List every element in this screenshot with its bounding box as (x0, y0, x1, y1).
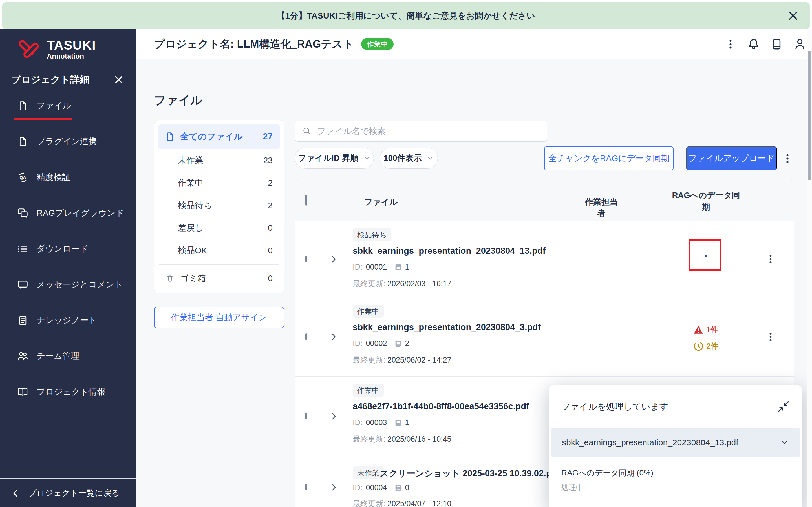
row-checkbox[interactable] (305, 257, 307, 262)
rag-error-count: 1件 (706, 325, 719, 335)
qa-cycle-icon: QA (17, 172, 29, 183)
section-title: ファイル (154, 93, 202, 108)
row-checkbox[interactable] (305, 485, 307, 490)
id-label: ID: (353, 418, 363, 427)
filter-inspection-ok[interactable]: 検品OK 0 (158, 239, 280, 262)
filter-count: 0 (268, 223, 273, 233)
select-all-checkbox[interactable] (305, 196, 307, 205)
book-icon[interactable] (770, 38, 783, 51)
table-row[interactable]: 検品待ち sbkk_earnings_presentation_20230804… (295, 221, 794, 297)
processing-file-accordion[interactable]: sbkk_earnings_presentation_20230804_13.p… (551, 428, 801, 457)
id-label: ID: (353, 483, 363, 492)
file-status-badge: 未作業 (353, 466, 384, 480)
active-indicator (14, 118, 72, 120)
rag-sync-highlight-box (689, 239, 721, 271)
filter-all-files[interactable]: 全てのファイル 27 (158, 124, 280, 149)
file-upload-button[interactable]: ファイルアップロード (686, 147, 777, 170)
project-title: プロジェクト名: LLM構造化_RAGテスト (154, 37, 354, 51)
file-icon (17, 101, 29, 111)
comment-count: 0 (405, 483, 409, 492)
sidebar-item-label: RAGプレイグラウンド (37, 207, 124, 219)
auto-assign-button[interactable]: 作業担当者 自動アサイン (154, 307, 284, 328)
panel-close-icon[interactable] (114, 75, 124, 85)
app-logo: TASUKI Annotation (0, 29, 136, 69)
row-kebab-icon[interactable] (764, 328, 777, 346)
last-updated: 最終更新: 2026/02/03 - 16:17 (353, 279, 451, 289)
updated-label: 最終更新: (353, 279, 386, 288)
kebab-menu-icon[interactable] (724, 38, 737, 51)
file-meta: ID: 00001 1 (353, 263, 409, 272)
comment-count: 1 (405, 418, 409, 427)
page-size-select[interactable]: 100件表示 (380, 148, 438, 169)
sidebar-item-label: チーム管理 (37, 350, 79, 362)
sort-select[interactable]: ファイルID 昇順 (295, 148, 374, 169)
filter-label: 差戻し (178, 222, 204, 234)
page-scrollbar (807, 29, 812, 507)
sidebar-item-label: メッセージとコメント (37, 279, 123, 290)
updated-label: 最終更新: (353, 435, 386, 443)
search-input[interactable] (317, 126, 540, 136)
minimize-icon[interactable] (777, 400, 790, 413)
toolbar-kebab-icon[interactable] (781, 150, 794, 167)
back-to-projects[interactable]: プロジェクト一覧に戻る (0, 478, 136, 507)
expand-row-icon[interactable] (329, 255, 339, 264)
sidebar-item-label: プラグイン連携 (37, 136, 97, 147)
expand-row-icon[interactable] (329, 332, 339, 342)
rag-sync-error: 1件 (669, 325, 743, 335)
expand-row-icon[interactable] (329, 483, 339, 492)
sidebar-item-label: プロジェクト情報 (37, 386, 105, 398)
row-checkbox[interactable] (305, 414, 307, 419)
open-book-icon (17, 386, 29, 398)
file-meta: ID: 00002 2 (353, 339, 409, 348)
status-badge: 作業中 (361, 38, 394, 50)
table-row[interactable]: 作業中 sbkk_earnings_presentation_20230804_… (295, 297, 794, 377)
banner-close-icon[interactable] (786, 9, 800, 22)
survey-banner: 【1分】TASUKIご利用について、簡単なご意見をお聞かせください (2, 2, 810, 29)
panel-title-row: プロジェクト詳細 (0, 71, 136, 88)
bell-icon[interactable] (747, 38, 760, 51)
filter-count: 23 (263, 156, 273, 165)
row-kebab-icon[interactable] (764, 250, 777, 268)
sidebar-item-download[interactable]: ダウンロード (0, 231, 136, 267)
filter-label: 全てのファイル (180, 131, 243, 143)
sidebar-item-messages[interactable]: メッセージとコメント (0, 267, 136, 302)
file-name: sbkk_earnings_presentation_20230804_3.pd… (353, 322, 541, 332)
chat-bubbles-icon (17, 208, 29, 219)
sidebar-item-files[interactable]: ファイル (0, 88, 136, 124)
filter-label: 検品OK (178, 245, 207, 256)
tasuki-logo-icon (16, 36, 42, 62)
rag-sync-spinner-dot (705, 255, 707, 257)
sidebar-item-plugin[interactable]: プラグイン連携 (0, 124, 136, 159)
list-icon (17, 244, 29, 255)
filter-returned[interactable]: 差戻し 0 (158, 217, 280, 239)
expand-row-icon[interactable] (329, 411, 339, 421)
processing-file-name: sbkk_earnings_presentation_20230804_13.p… (562, 438, 739, 447)
row-checkbox[interactable] (305, 334, 307, 339)
filter-label: 作業中 (178, 177, 203, 189)
updated-value: 2025/04/07 - 12:10 (388, 499, 451, 507)
sidebar-item-accuracy[interactable]: QA 精度検証 (0, 159, 136, 195)
account-icon[interactable] (794, 38, 806, 51)
sidebar: TASUKI Annotation プロジェクト詳細 ファイル プラグイン連携 (0, 29, 136, 507)
logo-subtitle: Annotation (47, 53, 96, 60)
sidebar-item-knowledge[interactable]: ナレッジノート (0, 302, 136, 338)
sidebar-item-team[interactable]: チーム管理 (0, 338, 136, 374)
filter-untouched[interactable]: 未作業 23 (158, 149, 280, 172)
filter-trash[interactable]: ゴミ箱 0 (158, 268, 280, 289)
filter-in-progress[interactable]: 作業中 2 (158, 172, 280, 194)
processing-task: RAGへのデータ同期 (0%) (561, 467, 790, 478)
sidebar-item-project-info[interactable]: プロジェクト情報 (0, 374, 136, 410)
sync-all-chunks-button[interactable]: 全チャンクをRAGにデータ同期 (544, 147, 673, 170)
modal-body: RAGへのデータ同期 (0%) 処理中 (549, 457, 802, 503)
sidebar-item-rag-playground[interactable]: RAGプレイグラウンド (0, 195, 136, 231)
file-id: 00002 (366, 339, 387, 348)
filter-awaiting-inspection[interactable]: 検品待ち 2 (158, 194, 280, 217)
last-updated: 最終更新: 2025/06/02 - 14:27 (353, 355, 451, 365)
survey-link[interactable]: 【1分】TASUKIご利用について、簡単なご意見をお聞かせください (277, 10, 536, 22)
topbar: プロジェクト名: LLM構造化_RAGテスト 作業中 (136, 29, 812, 59)
sidebar-item-label: ファイル (37, 100, 71, 112)
page-size-value: 100件表示 (384, 153, 421, 164)
processing-status: 処理中 (561, 483, 790, 493)
scrollbar-thumb[interactable] (808, 51, 811, 180)
comment-count-icon (395, 419, 402, 427)
